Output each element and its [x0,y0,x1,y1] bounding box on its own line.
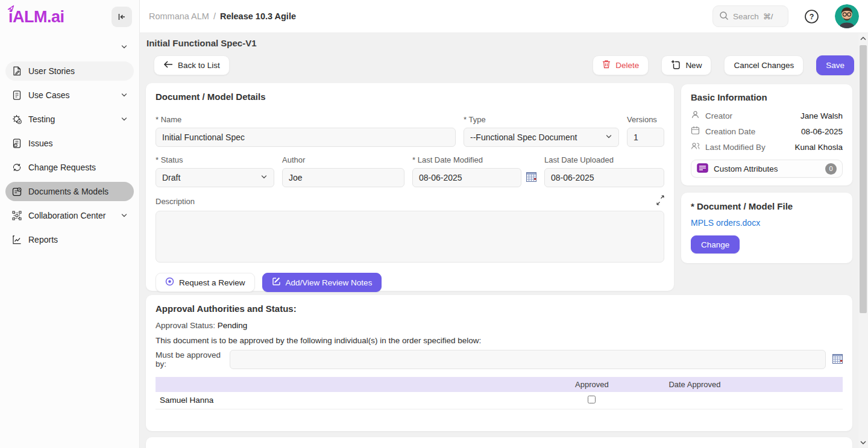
breadcrumb-root[interactable]: Rommana ALM [149,11,209,21]
save-button[interactable]: Save [816,55,854,75]
custom-attributes-button[interactable]: Custom Attributes 0 [691,160,843,178]
status-select[interactable]: Draft [156,168,274,187]
change-file-button[interactable]: Change [691,235,740,254]
main-content: Initial Functional Spec-V1 Back to List … [140,33,868,448]
approvers-table: Approved Date Approved Samuel Hanna [156,377,843,409]
description-textarea[interactable] [156,211,664,263]
sidebar-item-reports[interactable]: Reports [5,230,134,249]
sidebar-item-issues[interactable]: Issues [5,134,134,153]
calendar-icon [691,126,700,137]
versions-input[interactable] [627,128,664,147]
chevron-down-icon [121,116,128,123]
author-label: Author [282,155,404,164]
approver-name-column-header [156,377,540,392]
description-label: Description [156,197,195,206]
cancel-changes-button[interactable]: Cancel Changes [724,55,804,75]
edit-note-icon [272,277,281,288]
creation-date-row: Creation Date 08-06-2025 [691,123,843,139]
use-cases-icon [11,90,22,101]
chevron-down-icon [260,173,268,182]
reports-icon [11,234,22,245]
issues-icon [11,138,22,149]
app-logo[interactable]: iALM.ai [8,9,64,25]
sidebar-item-use-cases[interactable]: Use Cases [5,86,134,105]
date-picker-icon[interactable] [526,172,536,184]
review-target-icon [165,277,174,288]
last-date-modified-input[interactable] [412,168,521,187]
expand-icon[interactable] [656,195,664,207]
custom-attributes-count-badge: 0 [825,163,837,175]
user-stories-icon [11,66,22,76]
sidebar-item-testing[interactable]: Testing [5,110,134,129]
approved-column-header: Approved [540,377,643,392]
sidebar-item-collaboration-center[interactable]: Collaboration Center [5,206,134,225]
type-select[interactable]: --Functional Spec Document [464,128,619,147]
request-review-button[interactable]: Request a Review [156,273,255,292]
date-approved-cell [643,392,843,409]
chevron-down-icon [121,92,128,99]
author-input[interactable] [282,168,404,187]
back-to-list-button[interactable]: Back to List [154,55,230,75]
table-row: Samuel Hanna [156,392,843,409]
approver-name-cell: Samuel Hanna [156,392,540,409]
sidebar: iALM.ai User Stories Use Cases Testing I… [0,0,140,448]
creator-row: Creator Jane Walsh [691,108,843,123]
trash-icon [602,60,611,70]
sidebar-item-collapsed-group[interactable] [5,37,134,57]
breadcrumb-separator: / [213,11,216,21]
versions-label: Versions [627,115,664,124]
basic-info-heading: Basic Information [691,92,843,102]
custom-attributes-icon [697,163,708,175]
scroll-up-arrow-icon[interactable] [860,35,866,42]
last-date-uploaded-label: Last Date Uploaded [544,155,664,164]
must-approve-input[interactable] [230,350,826,369]
status-label: * Status [156,155,274,164]
top-header: Rommana ALM / Release 10.3 Agile Search … [140,0,868,33]
chevron-down-icon [605,132,612,142]
scroll-down-arrow-icon[interactable] [860,439,866,446]
help-button[interactable]: ? [804,9,819,24]
page-title: Initial Functional Spec-V1 [146,38,257,48]
must-approve-label: Must be approved by: [156,350,223,369]
back-arrow-icon [163,61,173,70]
search-shortcut: ⌘/ [763,12,773,21]
type-label: * Type [464,115,619,124]
help-icon: ? [804,9,819,24]
new-document-icon [671,60,681,71]
logo-text: iALM.ai [8,8,64,26]
sidebar-nav: User Stories Use Cases Testing Issues Ch… [0,37,139,249]
new-button[interactable]: New [661,55,711,75]
person-icon [691,110,700,121]
approval-status-line: Approval Status: Pending [156,321,843,330]
details-heading: Document / Model Details [156,92,664,102]
approval-instruction: This document is to be approved by the f… [156,336,843,345]
approval-status-value: Pending [218,321,248,330]
collapse-sidebar-button[interactable] [112,7,132,27]
scrollbar-thumb[interactable] [860,45,867,313]
action-toolbar: Back to List Delete New Cancel Changes S… [146,55,854,75]
breadcrumb: Rommana ALM / Release 10.3 Agile [149,11,296,21]
approval-heading: Approval Authorities and Status: [156,303,843,314]
add-view-review-notes-button[interactable]: Add/View Review Notes [262,273,382,292]
vertical-scrollbar[interactable] [858,33,868,448]
search-input[interactable]: Search ⌘/ [712,5,788,27]
name-label: * Name [156,115,456,124]
name-input[interactable] [156,128,456,147]
chevron-down-icon [121,43,128,51]
testing-icon [11,114,22,125]
approver-picker-icon[interactable] [832,354,843,366]
sidebar-item-documents-models[interactable]: Documents & Models [5,182,134,201]
approval-card: Approval Authorities and Status: Approva… [146,295,852,431]
people-icon [691,142,700,152]
last-modified-by-row: Last Modified By Kunal Khosla [691,139,843,155]
file-link[interactable]: MPLS orders.docx [691,218,760,228]
sidebar-item-user-stories[interactable]: User Stories [5,61,134,81]
sidebar-item-change-requests[interactable]: Change Requests [5,158,134,177]
delete-button[interactable]: Delete [593,55,649,75]
avatar[interactable] [835,4,859,28]
next-section-card [146,437,852,448]
last-date-uploaded-input[interactable] [544,168,664,187]
last-date-modified-label: * Last Date Modified [412,155,536,164]
approved-checkbox[interactable] [588,396,596,403]
collaboration-center-icon [11,210,22,221]
